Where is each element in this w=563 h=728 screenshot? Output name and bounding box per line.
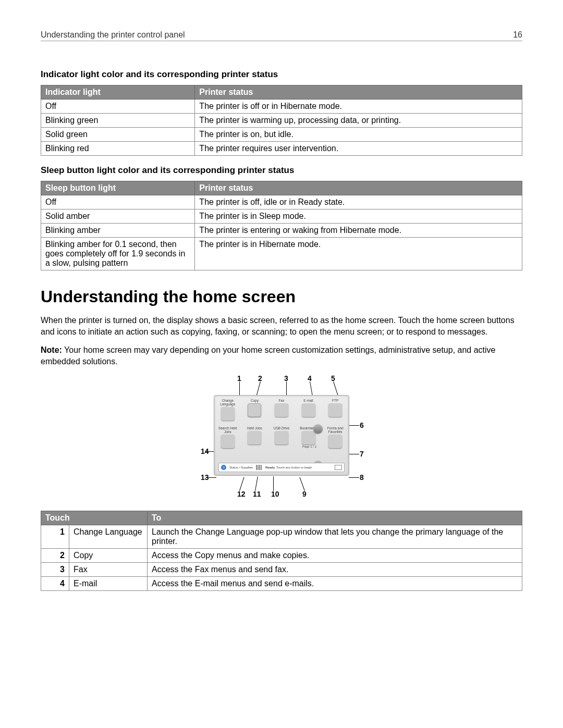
label: E-mail [298,399,319,402]
callout-9: 9 [302,490,307,498]
col-printer-status: Printer status [195,85,522,100]
label: FTP [325,399,346,402]
forms-icon [328,435,342,448]
table-row: OffThe printer is off, idle or in Ready … [41,195,522,209]
home-screen-illustration: 1 2 3 4 5 6 7 8 9 10 11 12 13 14 Page 1 … [190,374,373,499]
sleep-light-table: Sleep button light Printer status OffThe… [41,181,522,270]
col-touch: Touch [41,511,148,525]
col-printer-status: Printer status [195,181,522,195]
note-text: Your home screen may vary depending on y… [41,346,495,366]
label: Copy [244,399,265,402]
home-screen-note: Note: Your home screen may vary dependin… [41,344,522,367]
table-row: 2CopyAccess the Copy menus and make copi… [41,549,522,563]
table-row: Blinking amberThe printer is entering or… [41,224,522,238]
table-row: Blinking greenThe printer is warming up,… [41,114,522,128]
bookmark-icon [302,431,315,445]
status-supplies: Status / Supplies [229,466,253,469]
table-row: 3FaxAccess the Fax menus and send fax. [41,563,522,577]
home-screen-intro: When the printer is turned on, the displ… [41,315,522,337]
indicator-light-table: Indicator light Printer status OffThe pr… [41,85,522,156]
fax-icon [275,403,288,417]
table-row: OffThe printer is off or in Hibernate mo… [41,100,522,114]
label: Change Language [217,399,238,406]
ftp-icon [328,403,342,417]
note-label: Note: [41,346,62,354]
touch-table: Touch To 1Change LanguageLaunch the Chan… [41,511,522,591]
callout-6: 6 [360,421,364,429]
table-row: Blinking redThe printer requires user in… [41,142,522,156]
page-indicator: Page 1 / 2 [302,445,316,448]
bars-icon [256,465,262,470]
status-ready: Ready. [265,466,275,469]
header-page-number: 16 [513,30,522,40]
callout-11: 11 [253,490,261,498]
col-to: To [148,511,522,525]
mail-icon [302,403,315,417]
label: Held Jobs [244,426,265,430]
sleep-light-heading: Sleep button light color and its corresp… [41,165,522,176]
callout-10: 10 [271,490,279,498]
copy-icon [248,403,261,417]
table-row: Solid greenThe printer is on, but idle. [41,128,522,142]
page-header: Understanding the printer control panel … [41,30,522,41]
menu-icon [335,465,342,470]
label: USB Drive [271,426,292,430]
callout-7: 7 [360,450,364,458]
label: Fax [271,399,292,402]
indicator-light-heading: Indicator light color and its correspond… [41,69,522,80]
callout-12: 12 [237,490,246,498]
folder-icon [248,431,261,445]
usb-icon [275,431,288,445]
header-title: Understanding the printer control panel [41,30,185,40]
table-row: 1Change LanguageLaunch the Change Langua… [41,525,522,549]
col-indicator-light: Indicator light [41,85,195,100]
home-screen-title: Understanding the home screen [41,287,522,306]
status-bar: ? Status / Supplies Ready. Touch any but… [218,463,345,472]
table-row: Solid amberThe printer is in Sleep mode. [41,209,522,224]
globe-icon [221,407,235,421]
label: Search Held Jobs [217,426,238,434]
col-sleep-light: Sleep button light [41,181,195,195]
label: Forms and Favorites [325,426,346,434]
table-row: 4E-mailAccess the E-mail menus and send … [41,577,522,591]
info-icon: ? [221,465,226,470]
table-row: Blinking amber for 0.1 second, then goes… [41,238,522,270]
status-hint: Touch any button to begin [276,466,312,469]
search-icon [221,435,235,448]
printer-screen: Page 1 / 2 Change Language Copy Fax E-ma… [214,395,349,476]
callout-8: 8 [360,473,364,482]
